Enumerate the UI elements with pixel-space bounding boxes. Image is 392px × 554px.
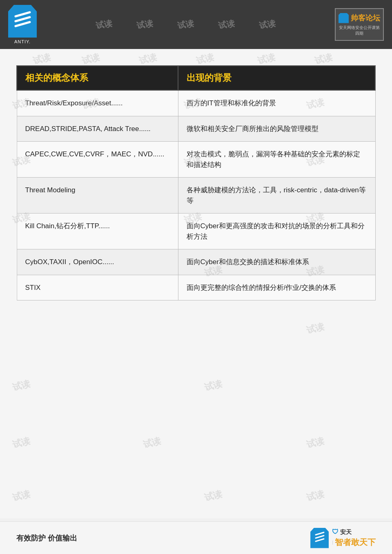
footer-logo: 🛡 安天 | 智者敢天下 (310, 528, 376, 548)
right-cell: 面向Cyber和信息交换的描述和标准体系 (178, 249, 375, 275)
footer-logo-icon (310, 528, 329, 548)
left-cell: Kill Chain,钻石分析,TTP...... (17, 214, 178, 249)
data-table: 相关的概念体系 出现的背景 Threat/Risk/Exposure/Asset… (16, 65, 376, 300)
footer-brand: 智者敢天下 (335, 537, 376, 548)
table-row: CAPEC,CWE,CVE,CVRF，MAEC，NVD...... 对攻击模式，… (17, 142, 375, 178)
col1-header: 相关的概念体系 (17, 66, 178, 90)
header-right-logo: 帅客论坛 安天网络安全公开课第四期 (335, 8, 384, 41)
footer-logo-text: 🛡 安天 | 智者敢天下 (332, 528, 376, 548)
logo-text: ANTIY. (14, 39, 31, 44)
table-row: STIX 面向更完整的综合性的情报分析/作业/交换的体系 (17, 275, 375, 300)
right-cell: 微软和相关安全厂商所推出的风险管理模型 (178, 116, 375, 142)
antiy-logo-small (339, 13, 349, 23)
divider-bar: | (332, 540, 333, 545)
header-wm-5: 试读 (258, 18, 276, 31)
main-content: 相关的概念体系 出现的背景 Threat/Risk/Exposure/Asset… (0, 49, 392, 518)
table-row: Threat Modeling 各种威胁建模的方法论，工具，risk-centr… (17, 178, 375, 214)
svg-line-5 (316, 536, 324, 538)
footer-antiy-label: 🛡 安天 (332, 528, 376, 536)
right-cell: 面向更完整的综合性的情报分析/作业/交换的体系 (178, 275, 375, 300)
footer-antiy-name: 安天 (340, 529, 352, 535)
left-cell: CybOX,TAXII，OpenIOC...... (17, 249, 178, 275)
right-cell: 面向Cyber和更高强度的攻击和对抗的场景的分析工具和分析方法 (178, 214, 375, 249)
table-row: CybOX,TAXII，OpenIOC...... 面向Cyber和信息交换的描… (17, 249, 375, 275)
header-wm-1: 试读 (95, 18, 113, 31)
right-cell: 对攻击模式，脆弱点，漏洞等各种基础的安全元素的标定和描述结构 (178, 142, 375, 178)
table-row: DREAD,STRIDE,PASTA, Attack Tree...... 微软… (17, 116, 375, 142)
header-wm-4: 试读 (218, 18, 236, 31)
left-cell: STIX (17, 275, 178, 300)
left-cell: DREAD,STRIDE,PASTA, Attack Tree...... (17, 116, 178, 142)
logo-shape (8, 5, 37, 38)
header-watermarks: 试读 试读 试读 试读 试读 (37, 19, 335, 30)
logo: ANTIY. (8, 5, 37, 44)
table-row: Threat/Risk/Exposure/Asset...... 西方的IT管理… (17, 90, 375, 116)
svg-line-6 (316, 539, 324, 541)
footer: 有效防护 价值输出 🛡 安天 | 智者敢天下 (0, 521, 392, 554)
left-cell: CAPEC,CWE,CVE,CVRF，MAEC，NVD...... (17, 142, 178, 178)
header-wm-3: 试读 (177, 18, 195, 31)
left-cell: Threat/Risk/Exposure/Asset...... (17, 90, 178, 116)
col2-header: 出现的背景 (178, 66, 375, 90)
antiy-brand-text: 帅客论坛 (351, 13, 380, 23)
left-cell: Threat Modeling (17, 178, 178, 214)
header: ANTIY. 试读 试读 试读 试读 试读 帅客论坛 安天网络安全公开课第四期 (0, 0, 392, 49)
right-cell: 西方的IT管理和标准化的背景 (178, 90, 375, 116)
header-wm-2: 试读 (136, 18, 154, 31)
right-cell: 各种威胁建模的方法论，工具，risk-centric，data-driven等等 (178, 178, 375, 214)
footer-slogan: 有效防护 价值输出 (16, 533, 77, 543)
footer-antiy-icon: 🛡 (332, 528, 339, 535)
svg-line-4 (316, 532, 324, 535)
antiy-subtitle: 安天网络安全公开课第四期 (338, 25, 381, 36)
table-row: Kill Chain,钻石分析,TTP...... 面向Cyber和更高强度的攻… (17, 214, 375, 249)
